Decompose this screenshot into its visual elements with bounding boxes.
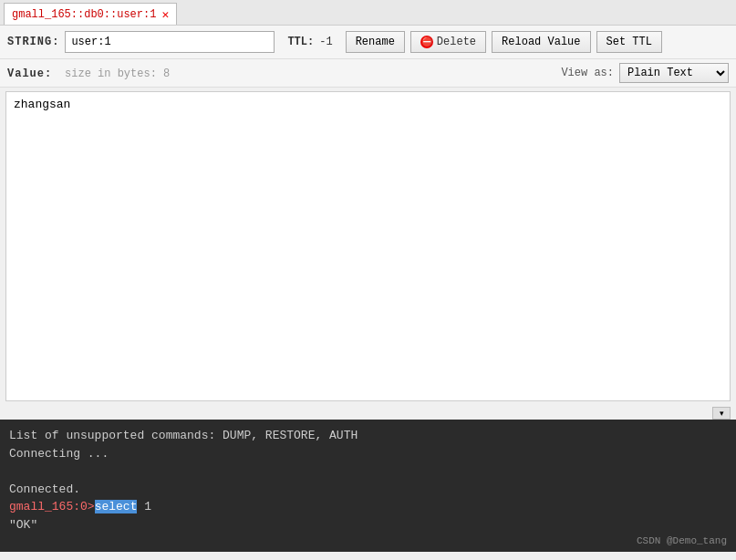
terminal-prompt-1: gmall_165:0>	[9, 500, 95, 513]
terminal-watermark: CSDN @Demo_tang	[637, 535, 727, 546]
ttl-label: TTL:	[287, 36, 314, 48]
terminal-select-cmd: select	[95, 500, 138, 513]
terminal-line-7	[9, 534, 727, 552]
ttl-value: -1	[319, 36, 332, 48]
value-label: Value:	[7, 67, 52, 80]
tab-bar: gmall_165::db0::user:1 ✕	[0, 0, 736, 26]
terminal-line-3	[9, 462, 727, 481]
tab-label: gmall_165::db0::user:1	[12, 8, 156, 21]
terminal-line-5: gmall_165:0>select 1	[9, 498, 727, 516]
terminal-line-6: "OK"	[9, 516, 727, 534]
value-row: Value: size in bytes: 8 View as: Plain T…	[0, 59, 736, 88]
size-hint: size in bytes: 8	[65, 67, 170, 80]
terminal-line-1: List of unsupported commands: DUMP, REST…	[9, 427, 727, 445]
view-as-label: View as:	[561, 67, 614, 79]
terminal-line-8: gmall_165:1>	[9, 552, 727, 553]
controls-row: STRING: TTL: -1 Rename ⛔ Delete Reload V…	[0, 26, 736, 59]
string-label: STRING:	[7, 36, 59, 48]
rename-button[interactable]: Rename	[346, 31, 405, 53]
tab-close-icon[interactable]: ✕	[161, 7, 169, 22]
terminal-line-2: Connecting ...	[9, 445, 727, 463]
terminal-line-4: Connected.	[9, 481, 727, 499]
value-label-group: Value: size in bytes: 8	[7, 67, 170, 80]
view-as-select[interactable]: Plain Text JSON Hex	[619, 63, 729, 83]
delete-button[interactable]: ⛔ Delete	[410, 31, 486, 53]
delete-icon: ⛔	[420, 36, 433, 48]
editor-area	[5, 91, 731, 401]
scroll-down-button[interactable]: ▾	[712, 407, 731, 420]
terminal-cmd-rest: 1	[137, 500, 151, 513]
tab-item[interactable]: gmall_165::db0::user:1 ✕	[4, 3, 177, 25]
string-input[interactable]	[65, 31, 275, 53]
terminal[interactable]: List of unsupported commands: DUMP, REST…	[0, 420, 736, 552]
editor-textarea[interactable]	[6, 92, 730, 400]
set-ttl-button[interactable]: Set TTL	[596, 31, 662, 53]
view-as-container: View as: Plain Text JSON Hex	[561, 63, 729, 83]
reload-value-button[interactable]: Reload Value	[492, 31, 590, 53]
